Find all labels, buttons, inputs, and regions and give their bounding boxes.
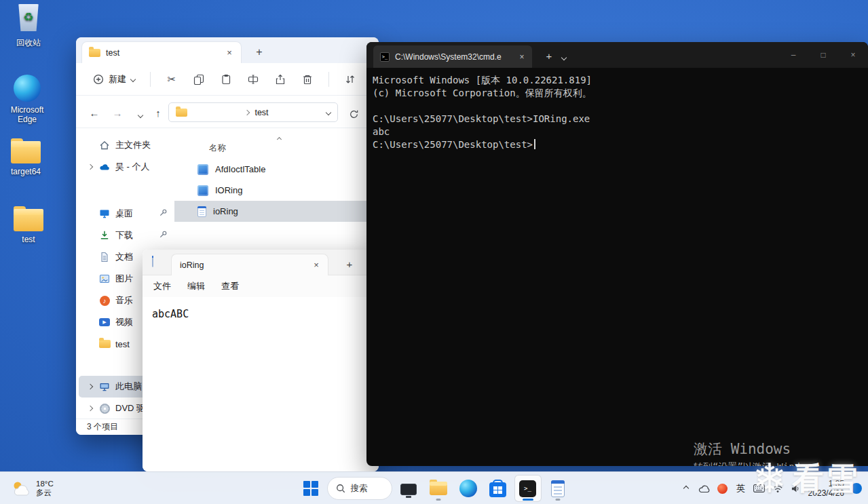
new-tab-button[interactable]: + <box>542 48 556 63</box>
sidebar-item-onedrive[interactable]: 昊 - 个人 <box>79 156 172 178</box>
window-controls: – □ × <box>778 42 868 68</box>
sidebar-item-downloads[interactable]: 下载 <box>79 225 172 246</box>
sidebar-item-label: 文档 <box>115 251 133 263</box>
item-count: 3 个项目 <box>87 421 118 433</box>
explorer-tab-test[interactable]: test × <box>81 41 242 63</box>
snowflake-icon: ❄ <box>753 459 787 499</box>
recycle-bin-icon: ♻ <box>15 4 42 34</box>
explorer-command-bar: 新建 ✂ <box>76 63 379 96</box>
sidebar-item-desktop[interactable]: 桌面 <box>79 203 172 225</box>
kanxue-watermark-text: 看雪 <box>792 458 860 500</box>
notepad-text-area[interactable]: abcABC <box>143 297 379 471</box>
column-header-name[interactable]: 名称 <box>174 138 379 157</box>
menu-view[interactable]: 查看 <box>213 277 247 296</box>
rename-button[interactable] <box>241 68 265 91</box>
menu-edit[interactable]: 编辑 <box>179 277 213 296</box>
copy-button[interactable] <box>187 68 211 91</box>
taskbar-item-file-explorer[interactable] <box>425 475 452 502</box>
toolbar-divider <box>150 72 151 87</box>
chevron-right-icon[interactable] <box>88 406 93 411</box>
explorer-tab-label: test <box>106 48 119 58</box>
activation-title: 激活 Windows <box>694 443 827 456</box>
show-hidden-icons-button[interactable] <box>680 479 692 498</box>
file-row-ioring-txt[interactable]: ioRing <box>174 201 379 222</box>
address-breadcrumb[interactable]: test <box>168 102 338 122</box>
taskbar-item-desktop-app[interactable] <box>395 475 422 502</box>
chevron-right-icon[interactable] <box>88 384 93 389</box>
terminal-line: C:\Users\25077\Desktop\test>IORing.exe <box>373 113 862 125</box>
terminal-line <box>373 100 862 113</box>
open-window-indicator <box>555 499 560 501</box>
desktop-icon-label: Microsoft Edge <box>3 105 52 124</box>
share-button[interactable] <box>268 68 293 91</box>
sidebar-item-label: 此电脑 <box>115 381 142 393</box>
new-circle-plus-icon <box>93 74 104 85</box>
refresh-button[interactable] <box>345 105 362 123</box>
file-row-afdioctltable[interactable]: AfdIoctlTable <box>174 159 379 180</box>
desktop-icon-edge[interactable]: Microsoft Edge <box>3 75 52 124</box>
start-button[interactable] <box>297 475 324 502</box>
tab-dropdown-button[interactable] <box>562 52 566 62</box>
forward-button[interactable]: → <box>109 104 126 121</box>
notepad-tab-label: ioRing <box>180 260 204 270</box>
taskbar-item-edge[interactable] <box>455 475 482 502</box>
taskbar-weather-widget[interactable]: 18°C 多云 <box>5 475 59 502</box>
chevron-down-icon <box>138 113 143 118</box>
notepad-title-bar: ioRing × + <box>143 250 379 275</box>
notepad-app-icon <box>152 256 153 267</box>
breadcrumb-location: test <box>254 108 268 117</box>
explorer-tab-bar: test × + <box>76 37 379 63</box>
text-cursor <box>534 139 535 149</box>
maximize-button[interactable]: □ <box>808 42 838 68</box>
document-icon <box>99 252 110 263</box>
tab-close-icon[interactable]: × <box>223 47 235 59</box>
file-name: IORing <box>215 185 242 195</box>
terminal-line: Microsoft Windows [版本 10.0.22621.819] <box>373 74 862 87</box>
chevron-slot <box>87 406 94 410</box>
terminal-tab-cmd[interactable]: >_ C:\Windows\System32\cmd.e × <box>373 45 532 68</box>
new-tab-button[interactable]: + <box>251 44 267 60</box>
desktop-icon-test[interactable]: test <box>4 203 53 244</box>
open-window-indicator <box>436 499 440 501</box>
cut-icon: ✂ <box>168 74 176 84</box>
terminal-title-bar: >_ C:\Windows\System32\cmd.e × + – □ × <box>366 42 868 68</box>
onedrive-tray-icon[interactable] <box>698 479 711 498</box>
taskbar-item-store[interactable] <box>485 475 512 502</box>
file-row-ioring-exe[interactable]: IORing <box>174 180 379 201</box>
search-label: 搜索 <box>351 483 368 495</box>
tray-app-icon[interactable] <box>717 479 729 498</box>
desktop: ♻ 回收站 Microsoft Edge target64 test test … <box>0 0 868 504</box>
up-button[interactable]: ↑ <box>149 104 167 121</box>
cut-button[interactable]: ✂ <box>159 68 184 91</box>
back-button[interactable]: ← <box>86 104 103 121</box>
notepad-icon <box>551 480 565 497</box>
taskbar-search[interactable]: 搜索 <box>327 477 392 500</box>
new-tab-button[interactable]: + <box>342 256 357 271</box>
ime-language-indicator[interactable]: 英 <box>735 479 747 498</box>
tab-close-icon[interactable]: × <box>516 51 528 63</box>
taskbar-item-terminal[interactable]: >_ <box>514 475 542 502</box>
menu-file[interactable]: 文件 <box>145 277 179 296</box>
desktop-icon-recycle-bin[interactable]: ♻ 回收站 <box>4 4 53 49</box>
taskbar-item-notepad[interactable] <box>544 475 571 502</box>
desktop-icon-target64[interactable]: target64 <box>1 136 50 176</box>
sort-button[interactable] <box>338 68 362 91</box>
tab-close-icon[interactable]: × <box>310 259 322 271</box>
close-button[interactable]: × <box>838 42 868 68</box>
chevron-right-icon[interactable] <box>88 164 93 170</box>
chevron-down-icon[interactable] <box>326 109 331 115</box>
notepad-tab-ioring[interactable]: ioRing × <box>171 254 328 275</box>
desktop-icon-label: 回收站 <box>16 37 41 49</box>
sidebar-item-home[interactable]: 主文件夹 <box>79 134 172 156</box>
terminal-prompt-line: C:\Users\25077\Desktop\test> <box>373 138 862 151</box>
recent-locations-button[interactable] <box>132 106 149 124</box>
new-button-label: 新建 <box>109 73 126 85</box>
paste-button[interactable] <box>214 68 238 91</box>
terminal-output[interactable]: Microsoft Windows [版本 10.0.22621.819] (c… <box>366 68 868 466</box>
new-button[interactable]: 新建 <box>87 69 141 90</box>
sort-ascending-icon <box>278 133 281 143</box>
delete-button[interactable] <box>295 68 320 91</box>
file-name: AfdIoctlTable <box>215 164 265 174</box>
chevron-slot <box>87 165 94 169</box>
minimize-button[interactable]: – <box>778 42 808 68</box>
